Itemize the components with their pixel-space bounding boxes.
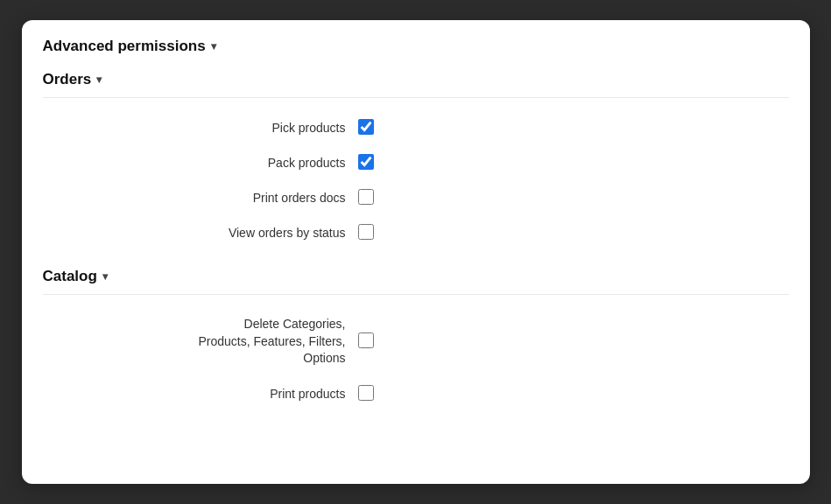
advanced-permissions-header: Advanced permissions ▾ <box>43 38 789 55</box>
permissions-card: Advanced permissions ▾ Orders ▾ Pick pro… <box>22 20 810 484</box>
print-orders-docs-checkbox-wrap <box>358 189 376 206</box>
orders-label: Orders <box>43 71 92 88</box>
delete-categories-checkbox[interactable] <box>358 332 374 348</box>
print-orders-docs-checkbox[interactable] <box>358 189 374 205</box>
permission-row-delete-categories: Delete Categories,Products, Features, Fi… <box>78 307 376 376</box>
permission-row-view-orders-by-status: View orders by status <box>78 215 376 250</box>
orders-title: Orders ▾ <box>43 71 789 88</box>
advanced-permissions-arrow[interactable]: ▾ <box>211 40 216 52</box>
pick-products-checkbox-wrap <box>358 119 376 136</box>
orders-arrow[interactable]: ▾ <box>96 74 102 86</box>
catalog-divider <box>43 294 789 295</box>
advanced-permissions-label: Advanced permissions <box>43 38 206 55</box>
orders-divider <box>43 97 789 98</box>
pack-products-checkbox-wrap <box>358 154 376 172</box>
catalog-title: Catalog ▾ <box>43 268 789 285</box>
view-orders-by-status-label: View orders by status <box>78 226 346 240</box>
permission-row-print-products: Print products <box>78 376 376 411</box>
orders-section: Orders ▾ Pick products Pack products Pri… <box>43 71 789 250</box>
delete-categories-checkbox-wrap <box>358 332 376 350</box>
catalog-arrow[interactable]: ▾ <box>102 270 108 283</box>
pick-products-label: Pick products <box>78 121 346 135</box>
print-products-checkbox-wrap <box>358 385 376 402</box>
permission-row-pick-products: Pick products <box>78 110 376 145</box>
advanced-permissions-title: Advanced permissions ▾ <box>43 38 789 55</box>
pick-products-checkbox[interactable] <box>358 119 374 135</box>
view-orders-by-status-checkbox[interactable] <box>358 224 374 240</box>
print-products-label: Print products <box>78 387 346 401</box>
print-products-checkbox[interactable] <box>358 385 374 401</box>
catalog-section: Catalog ▾ Delete Categories,Products, Fe… <box>43 268 789 411</box>
permission-row-print-orders-docs: Print orders docs <box>78 180 376 215</box>
print-orders-docs-label: Print orders docs <box>78 191 346 205</box>
pack-products-checkbox[interactable] <box>358 154 374 170</box>
pack-products-label: Pack products <box>78 156 346 170</box>
catalog-label: Catalog <box>43 268 97 285</box>
delete-categories-label: Delete Categories,Products, Features, Fi… <box>78 316 346 368</box>
view-orders-by-status-checkbox-wrap <box>358 224 376 242</box>
permission-row-pack-products: Pack products <box>78 145 376 180</box>
